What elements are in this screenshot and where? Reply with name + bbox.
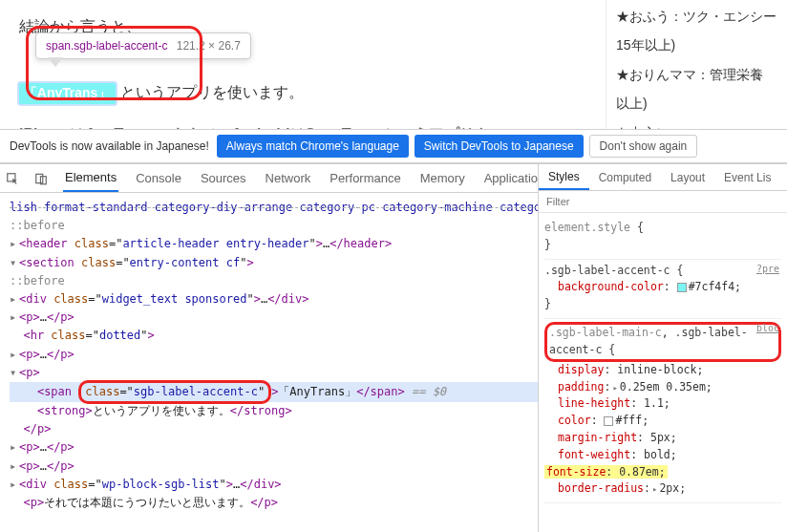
sidebar-column: ★おふう：ツク・エンシー 15年以上) ★おりんママ：管理栄養 以上) を中心に… — [606, 0, 787, 129]
inspect-tooltip: span.sgb-label-accent-c 121.2 × 26.7 — [35, 32, 251, 59]
styles-tabbar: Styles Computed Layout Event Lis — [539, 164, 787, 191]
rule-sgb-accent[interactable]: ?pre .sgb-label-accent-c { background-co… — [544, 260, 781, 319]
color-swatch[interactable] — [604, 416, 613, 426]
notice-message: DevTools is now available in Japanese! — [10, 139, 209, 153]
tab-performance[interactable]: Performance — [328, 165, 402, 191]
tab-application[interactable]: Application — [482, 165, 538, 191]
tooltip-dimensions: 121.2 × 26.7 — [177, 39, 241, 53]
rule-element-style[interactable]: element.style { } — [544, 217, 781, 260]
devtools-panel: Elements Console Sources Network Perform… — [0, 163, 787, 532]
devtools-right-pane: Styles Computed Layout Event Lis element… — [539, 164, 787, 532]
annotation-circle-2: class="sgb-label-accent-c" — [78, 380, 271, 404]
tab-styles[interactable]: Styles — [539, 165, 589, 190]
tab-event-listeners[interactable]: Event Lis — [714, 166, 780, 189]
tab-elements[interactable]: Elements — [63, 164, 118, 192]
devtools-tabbar: Elements Console Sources Network Perform… — [0, 164, 538, 193]
tooltip-selector: span.sgb-label-accent-c — [46, 39, 167, 53]
label-after-text: というアプリを使います。 — [120, 84, 304, 100]
styles-pane[interactable]: element.style { } ?pre .sgb-label-accent… — [539, 213, 787, 532]
dom-tree[interactable]: lish format-standard category-diy-arrang… — [0, 193, 538, 532]
styles-filter-input[interactable] — [539, 191, 787, 212]
tab-computed[interactable]: Computed — [589, 166, 661, 189]
side-line: ★おりんママ：管理栄養 — [616, 64, 777, 85]
tab-layout[interactable]: Layout — [661, 166, 714, 189]
rule-origin-link[interactable]: bloc — [756, 321, 779, 336]
side-line: 15年以上) — [616, 34, 777, 55]
rule-sgb-main-accent[interactable]: bloc .sgb-label-main-c, .sgb-label-accen… — [544, 319, 781, 503]
inspect-icon[interactable] — [6, 171, 19, 186]
svg-rect-1 — [36, 174, 43, 182]
annotation-circle-3: .sgb-label-main-c, .sgb-label-accent-c { — [544, 322, 781, 362]
rule-origin-link[interactable]: ?pre — [756, 262, 779, 277]
side-line: ★おふう：ツク・エンシー — [616, 6, 777, 27]
dont-show-again-button[interactable]: Don't show again — [589, 135, 698, 158]
inspected-label[interactable]: 「AnyTrans」 — [19, 83, 116, 104]
annotation-highlight-yellow: font-size: 0.87em; — [544, 465, 668, 479]
tab-sources[interactable]: Sources — [199, 165, 248, 191]
devtools-left-pane: Elements Console Sources Network Perform… — [0, 164, 539, 532]
side-line: を中心に、 — [616, 122, 777, 129]
page-content: 結論から言うと、 span.sgb-label-accent-c 121.2 ×… — [0, 0, 787, 129]
tab-network[interactable]: Network — [264, 165, 313, 191]
devtools-locale-notice: DevTools is now available in Japanese! A… — [0, 129, 787, 163]
tooltip-tail — [48, 57, 63, 67]
tab-memory[interactable]: Memory — [418, 165, 467, 191]
always-match-language-button[interactable]: Always match Chrome's language — [217, 135, 409, 158]
styles-filter-row — [539, 191, 787, 213]
side-line: 以上) — [616, 93, 777, 114]
device-toggle-icon[interactable] — [34, 171, 48, 186]
switch-to-japanese-button[interactable]: Switch DevTools to Japanese — [415, 135, 584, 158]
color-swatch[interactable] — [677, 283, 687, 292]
tab-console[interactable]: Console — [134, 165, 183, 191]
